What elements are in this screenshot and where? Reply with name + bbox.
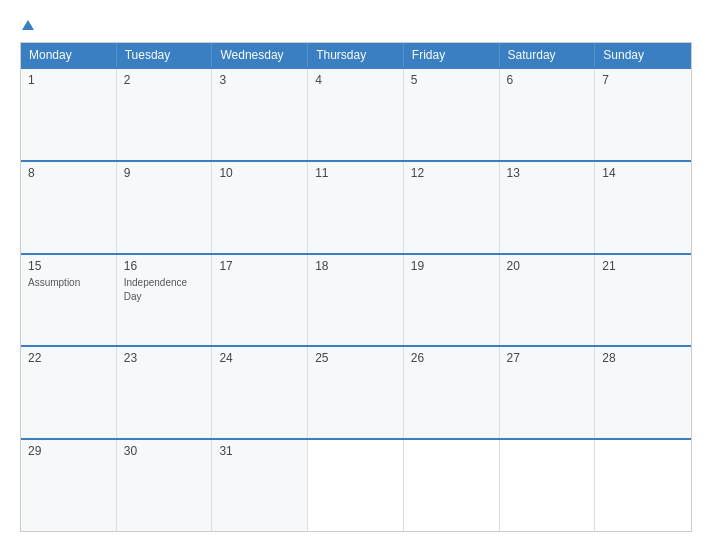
header xyxy=(20,18,692,34)
calendar-cell: 18 xyxy=(308,255,404,346)
calendar-cell: 1 xyxy=(21,69,117,160)
calendar-cell xyxy=(404,440,500,531)
calendar-cell: 11 xyxy=(308,162,404,253)
calendar-cell: 26 xyxy=(404,347,500,438)
day-number: 14 xyxy=(602,166,684,180)
calendar-cell: 31 xyxy=(212,440,308,531)
calendar-cell: 2 xyxy=(117,69,213,160)
calendar: MondayTuesdayWednesdayThursdayFridaySatu… xyxy=(20,42,692,532)
calendar-cell: 4 xyxy=(308,69,404,160)
calendar-week-1: 1234567 xyxy=(21,67,691,160)
day-number: 22 xyxy=(28,351,109,365)
header-day-sunday: Sunday xyxy=(595,43,691,67)
calendar-cell: 5 xyxy=(404,69,500,160)
logo-line1 xyxy=(20,18,34,34)
day-number: 24 xyxy=(219,351,300,365)
calendar-cell: 20 xyxy=(500,255,596,346)
day-number: 27 xyxy=(507,351,588,365)
logo-triangle-icon xyxy=(22,20,34,30)
day-number: 20 xyxy=(507,259,588,273)
day-number: 31 xyxy=(219,444,300,458)
calendar-week-2: 891011121314 xyxy=(21,160,691,253)
day-number: 11 xyxy=(315,166,396,180)
header-day-thursday: Thursday xyxy=(308,43,404,67)
day-number: 1 xyxy=(28,73,109,87)
day-number: 16 xyxy=(124,259,205,273)
calendar-cell xyxy=(500,440,596,531)
calendar-header: MondayTuesdayWednesdayThursdayFridaySatu… xyxy=(21,43,691,67)
day-number: 3 xyxy=(219,73,300,87)
header-day-saturday: Saturday xyxy=(500,43,596,67)
page: MondayTuesdayWednesdayThursdayFridaySatu… xyxy=(0,0,712,550)
day-number: 19 xyxy=(411,259,492,273)
day-number: 4 xyxy=(315,73,396,87)
day-number: 8 xyxy=(28,166,109,180)
day-number: 25 xyxy=(315,351,396,365)
calendar-cell: 29 xyxy=(21,440,117,531)
day-number: 12 xyxy=(411,166,492,180)
calendar-cell: 6 xyxy=(500,69,596,160)
day-number: 21 xyxy=(602,259,684,273)
day-number: 6 xyxy=(507,73,588,87)
header-day-friday: Friday xyxy=(404,43,500,67)
calendar-cell: 25 xyxy=(308,347,404,438)
header-day-monday: Monday xyxy=(21,43,117,67)
calendar-week-5: 293031 xyxy=(21,438,691,531)
calendar-cell: 15Assumption xyxy=(21,255,117,346)
calendar-cell: 9 xyxy=(117,162,213,253)
calendar-body: 123456789101112131415Assumption16Indepen… xyxy=(21,67,691,531)
calendar-week-4: 22232425262728 xyxy=(21,345,691,438)
calendar-cell: 24 xyxy=(212,347,308,438)
day-number: 2 xyxy=(124,73,205,87)
calendar-week-3: 15Assumption16Independence Day1718192021 xyxy=(21,253,691,346)
day-number: 15 xyxy=(28,259,109,273)
day-number: 29 xyxy=(28,444,109,458)
day-number: 10 xyxy=(219,166,300,180)
calendar-cell: 3 xyxy=(212,69,308,160)
calendar-cell xyxy=(308,440,404,531)
calendar-cell: 19 xyxy=(404,255,500,346)
day-number: 7 xyxy=(602,73,684,87)
calendar-cell: 14 xyxy=(595,162,691,253)
calendar-cell: 16Independence Day xyxy=(117,255,213,346)
day-number: 23 xyxy=(124,351,205,365)
header-day-tuesday: Tuesday xyxy=(117,43,213,67)
calendar-cell: 22 xyxy=(21,347,117,438)
day-number: 28 xyxy=(602,351,684,365)
calendar-cell xyxy=(595,440,691,531)
calendar-cell: 30 xyxy=(117,440,213,531)
calendar-cell: 10 xyxy=(212,162,308,253)
calendar-cell: 13 xyxy=(500,162,596,253)
day-number: 26 xyxy=(411,351,492,365)
calendar-cell: 12 xyxy=(404,162,500,253)
day-event: Assumption xyxy=(28,277,80,288)
calendar-cell: 8 xyxy=(21,162,117,253)
day-event: Independence Day xyxy=(124,277,187,302)
calendar-cell: 23 xyxy=(117,347,213,438)
header-day-wednesday: Wednesday xyxy=(212,43,308,67)
calendar-cell: 28 xyxy=(595,347,691,438)
calendar-cell: 17 xyxy=(212,255,308,346)
day-number: 9 xyxy=(124,166,205,180)
logo xyxy=(20,18,34,34)
day-number: 13 xyxy=(507,166,588,180)
day-number: 30 xyxy=(124,444,205,458)
day-number: 5 xyxy=(411,73,492,87)
calendar-cell: 21 xyxy=(595,255,691,346)
calendar-cell: 7 xyxy=(595,69,691,160)
day-number: 17 xyxy=(219,259,300,273)
day-number: 18 xyxy=(315,259,396,273)
calendar-cell: 27 xyxy=(500,347,596,438)
